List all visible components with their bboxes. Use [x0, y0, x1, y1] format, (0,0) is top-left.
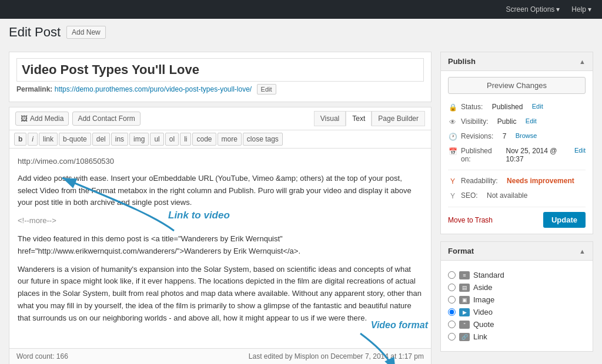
- publish-box-content: Preview Changes 🔒 Status: Published Edit…: [441, 71, 593, 234]
- help-btn[interactable]: Help ▾: [567, 3, 596, 16]
- format-box-header[interactable]: Format ▲: [441, 242, 593, 261]
- format-item-image[interactable]: ▣ Image: [448, 294, 586, 306]
- add-media-icon: 🖼: [21, 114, 28, 123]
- published-row: 📅 Published on: Nov 25, 2014 @ 10:37 Edi…: [448, 144, 586, 166]
- edit-slug-button[interactable]: Edit: [257, 84, 276, 95]
- revisions-browse-link[interactable]: Browse: [516, 132, 537, 139]
- word-count: Word count: 166: [16, 352, 68, 360]
- add-contact-label: Add Contact Form: [78, 114, 135, 123]
- ul-button[interactable]: ul: [150, 133, 163, 146]
- published-edit-link[interactable]: Edit: [574, 147, 586, 154]
- published-label: Published on:: [461, 147, 497, 163]
- del-button[interactable]: del: [92, 133, 110, 146]
- permalink-label: Permalink:: [16, 85, 52, 93]
- revisions-icon: 🕐: [448, 133, 457, 141]
- help-label: Help: [571, 5, 586, 14]
- visibility-label: Visibility:: [461, 117, 488, 126]
- add-media-button[interactable]: 🖼 Add Media: [15, 112, 69, 126]
- format-box-content: ≡ Standard ▤ Aside ▣ Image: [441, 261, 593, 351]
- status-label: Status:: [461, 103, 483, 111]
- format-label-standard: Standard: [473, 271, 504, 279]
- publish-collapse-icon: ▲: [579, 58, 586, 65]
- formatting-toolbar: b i link b-quote del ins img ul ol li co…: [9, 130, 431, 149]
- format-label-video: Video: [473, 308, 493, 316]
- preview-changes-button[interactable]: Preview Changes: [448, 77, 586, 94]
- ins-button[interactable]: ins: [111, 133, 128, 146]
- paragraph3: Wanderers is a vision of humanity's expa…: [18, 264, 423, 325]
- main-column: Permalink: https://demo.purothemes.com/p…: [9, 52, 432, 364]
- paragraph1: Add video posts with ease. Insert your o…: [18, 173, 423, 209]
- aside-format-icon: ▤: [459, 284, 470, 292]
- last-edited: Last edited by Misplon on December 7, 20…: [249, 352, 424, 360]
- page-header: Edit Post Add New: [0, 19, 602, 43]
- revisions-row: 🕐 Revisions: 7 Browse: [448, 129, 586, 144]
- add-media-label: Add Media: [30, 114, 63, 123]
- tab-page-builder[interactable]: Page Builder: [372, 111, 425, 126]
- permalink-url[interactable]: https://demo.purothemes.com/puro/video-p…: [55, 85, 252, 93]
- format-item-video[interactable]: ▶ Video: [448, 306, 586, 318]
- format-radio-link[interactable]: [448, 333, 456, 341]
- more-tag: <!--more-->: [18, 215, 423, 227]
- help-chevron-icon: ▾: [588, 5, 591, 14]
- visibility-edit-link[interactable]: Edit: [526, 117, 537, 124]
- update-button[interactable]: Update: [543, 212, 586, 228]
- format-radio-image[interactable]: [448, 296, 456, 304]
- more-button[interactable]: more: [218, 133, 242, 146]
- screen-options-label: Screen Options: [506, 5, 555, 14]
- video-format-icon: ▶: [459, 308, 470, 316]
- sidebar: Publish ▲ Preview Changes 🔒 Status: Publ…: [440, 52, 593, 364]
- code-button[interactable]: code: [192, 133, 216, 146]
- ol-button[interactable]: ol: [165, 133, 179, 146]
- post-title-wrap: Permalink: https://demo.purothemes.com/p…: [9, 52, 432, 102]
- publish-box-header[interactable]: Publish ▲: [441, 52, 593, 71]
- blockquote-button[interactable]: b-quote: [59, 133, 91, 146]
- format-list: ≡ Standard ▤ Aside ▣ Image: [448, 267, 586, 345]
- format-label-image: Image: [473, 295, 494, 304]
- img-button[interactable]: img: [129, 133, 149, 146]
- tab-visual[interactable]: Visual: [314, 111, 346, 126]
- format-box: Format ▲ ≡ Standard ▤ Aside: [440, 241, 593, 352]
- format-radio-quote[interactable]: [448, 321, 456, 328]
- status-edit-link[interactable]: Edit: [532, 103, 543, 110]
- revisions-label: Revisions:: [461, 132, 493, 140]
- calendar-icon: 📅: [448, 147, 457, 156]
- tab-text[interactable]: Text: [346, 111, 372, 126]
- editor-status-bar: Word count: 166 Last edited by Misplon o…: [9, 348, 431, 364]
- format-radio-video[interactable]: [448, 308, 456, 316]
- add-contact-form-button[interactable]: Add Contact Form: [72, 112, 140, 126]
- seo-icon: Y: [448, 192, 457, 200]
- format-item-link[interactable]: 🔗 Link: [448, 331, 586, 343]
- post-title-input[interactable]: [16, 58, 424, 82]
- permalink-row: Permalink: https://demo.purothemes.com/p…: [16, 82, 424, 96]
- url-line: http://vimeo.com/108650530: [18, 156, 423, 168]
- format-radio-standard[interactable]: [448, 271, 456, 279]
- quote-format-icon: ": [459, 321, 470, 329]
- format-item-quote[interactable]: " Quote: [448, 318, 586, 331]
- link-format-icon: 🔗: [459, 333, 470, 341]
- readability-value: Needs improvement: [507, 177, 574, 185]
- bold-button[interactable]: b: [14, 133, 26, 146]
- link-button[interactable]: link: [39, 133, 58, 146]
- add-new-button[interactable]: Add New: [66, 26, 106, 39]
- format-label-aside: Aside: [473, 283, 493, 292]
- editor-content[interactable]: http://vimeo.com/108650530 Add video pos…: [9, 149, 431, 348]
- format-label-link: Link: [473, 332, 487, 341]
- meta-divider: [448, 170, 586, 170]
- trash-link[interactable]: Move to Trash: [448, 216, 493, 224]
- editor-wrap: 🖼 Add Media Add Contact Form Visual Text…: [9, 107, 432, 364]
- format-item-standard[interactable]: ≡ Standard: [448, 269, 586, 281]
- readability-label: Readability:: [461, 177, 498, 185]
- editor-tabs: Visual Text Page Builder: [314, 111, 425, 126]
- visibility-icon: 👁: [448, 118, 457, 126]
- readability-icon: Y: [448, 177, 457, 186]
- format-box-title: Format: [448, 247, 474, 255]
- page-title: Edit Post: [9, 25, 61, 40]
- format-item-aside[interactable]: ▤ Aside: [448, 281, 586, 294]
- li-button[interactable]: li: [180, 133, 191, 146]
- format-label-quote: Quote: [473, 320, 494, 329]
- italic-button[interactable]: i: [28, 133, 38, 146]
- screen-options-btn[interactable]: Screen Options ▾: [501, 3, 565, 16]
- visibility-row: 👁 Visibility: Public Edit: [448, 114, 586, 129]
- format-radio-aside[interactable]: [448, 284, 456, 291]
- close-tags-button[interactable]: close tags: [243, 133, 283, 146]
